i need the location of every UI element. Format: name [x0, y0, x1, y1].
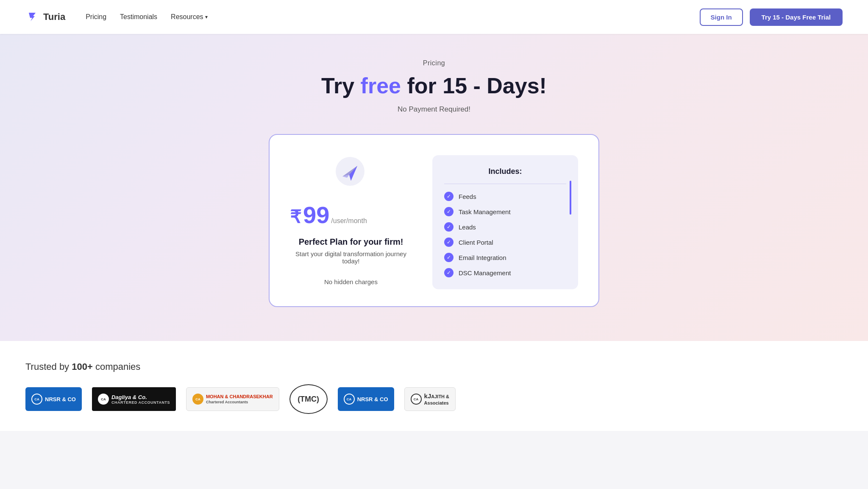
feature-label-task: Task Management [459, 208, 511, 215]
signin-button[interactable]: Sign In [700, 8, 743, 26]
feature-client-portal: ✓ Client Portal [444, 238, 566, 247]
dagliya-text-block: Dagliya & Co. CHARTERED ACCOUNTANTS [111, 394, 170, 405]
nav-resources[interactable]: Resources ▾ [171, 13, 207, 21]
trusted-title-bold: 100+ [72, 361, 93, 372]
mohan-name: MOHAN & CHANDRASEKHAR [206, 394, 273, 400]
ca-badge-mohan: CA MOHAN & CHANDRASEKHAR Chartered Accou… [192, 394, 273, 405]
pricing-card: ₹ 99 /user/month Perfect Plan for your f… [269, 134, 599, 307]
ca-badge-kjajith: CA kJAJITH &Associates [411, 392, 449, 406]
mohan-text-block: MOHAN & CHANDRASEKHAR Chartered Accounta… [206, 394, 273, 404]
nrsr2-text: NRSR & CO [357, 396, 388, 402]
nav-pricing[interactable]: Pricing [86, 13, 106, 21]
nrsr1-text: NRSR & CO [45, 396, 76, 402]
navbar-right: Sign In Try 15 - Days Free Trial [700, 8, 843, 26]
feature-label-feeds: Feeds [459, 193, 476, 200]
hero-subtitle: No Payment Required! [8, 105, 860, 114]
trusted-title-part1: Trusted by [25, 361, 72, 372]
check-icon-client: ✓ [444, 238, 453, 247]
paper-plane-icon [334, 155, 368, 189]
mohan-sub: Chartered Accountants [206, 400, 273, 404]
feature-label-email: Email Integration [459, 254, 506, 261]
pricing-section-label: Pricing [8, 59, 860, 67]
dagliya-sub: CHARTERED ACCOUNTANTS [111, 400, 170, 405]
ca-circle-nrsr2: CA [344, 394, 355, 405]
scroll-bar [570, 181, 571, 215]
feature-label-client: Client Portal [459, 239, 493, 246]
logo-dagliya: CA Dagliya & Co. CHARTERED ACCOUNTANTS [92, 387, 176, 411]
feature-leads: ✓ Leads [444, 222, 566, 232]
logo-tmc: (TMC) [289, 384, 328, 414]
ca-badge-nrsr1: CA NRSR & CO [31, 394, 76, 405]
logo-kjajith: CA kJAJITH &Associates [404, 387, 456, 411]
ca-badge-dagliya: CA Dagliya & Co. CHARTERED ACCOUNTANTS [98, 394, 170, 405]
price-symbol: ₹ [290, 207, 301, 227]
feature-feeds: ✓ Feeds [444, 192, 566, 201]
logo-link[interactable]: Turia [25, 10, 65, 24]
trusted-title-part2: companies [93, 361, 141, 372]
nav-testimonials[interactable]: Testimonials [120, 13, 157, 21]
card-left: ₹ 99 /user/month Perfect Plan for your f… [290, 155, 412, 285]
logo-mohan: CA MOHAN & CHANDRASEKHAR Chartered Accou… [186, 387, 279, 411]
hero-title: Try free for 15 - Days! [8, 73, 860, 98]
ca-badge-nrsr2: CA NRSR & CO [344, 394, 388, 405]
plan-desc: Start your digital transformation journe… [290, 250, 412, 265]
feature-label-leads: Leads [459, 224, 476, 231]
logo-text: Turia [43, 11, 65, 22]
check-icon-dsc: ✓ [444, 268, 453, 277]
check-icon-task: ✓ [444, 207, 453, 216]
logo-nrsr1: CA NRSR & CO [25, 387, 82, 411]
feature-task-management: ✓ Task Management [444, 207, 566, 216]
hero-section: Pricing Try free for 15 - Days! No Payme… [0, 34, 868, 341]
kjajith-text: kJAJITH &Associates [424, 392, 449, 406]
tmc-text: (TMC) [298, 395, 319, 404]
nav-resources-label: Resources [171, 13, 203, 21]
trusted-title: Trusted by 100+ companies [25, 361, 843, 372]
no-hidden-charges: No hidden charges [290, 278, 412, 285]
price-amount: 99 [303, 201, 329, 229]
logo-nrsr2: CA NRSR & CO [338, 387, 394, 411]
check-icon-feeds: ✓ [444, 192, 453, 201]
dagliya-name: Dagliya & Co. [111, 394, 170, 400]
logo-icon [25, 10, 39, 24]
navbar: Turia Pricing Testimonials Resources ▾ S… [0, 0, 868, 34]
price-period: /user/month [331, 217, 367, 225]
hero-title-part1: Try [321, 73, 361, 98]
feature-label-dsc: DSC Management [459, 269, 511, 277]
navbar-left: Turia Pricing Testimonials Resources ▾ [25, 10, 208, 24]
check-icon-email: ✓ [444, 253, 453, 262]
trial-button[interactable]: Try 15 - Days Free Trial [750, 8, 843, 26]
ca-circle-nrsr1: CA [31, 394, 42, 405]
includes-label: Includes: [444, 167, 566, 176]
hero-title-highlight: free [361, 73, 401, 98]
ca-circle-dagliya: CA [98, 394, 109, 405]
ca-circle-kjajith: CA [411, 394, 422, 405]
check-icon-leads: ✓ [444, 222, 453, 232]
hero-title-part2: for 15 - Days! [401, 73, 547, 98]
logos-row: CA NRSR & CO CA Dagliya & Co. CHARTERED … [25, 384, 843, 414]
feature-list: ✓ Feeds ✓ Task Management ✓ Leads ✓ Clie… [444, 192, 566, 277]
price-row: ₹ 99 /user/month [290, 201, 412, 229]
ca-circle-mohan: CA [192, 394, 203, 405]
trusted-section: Trusted by 100+ companies CA NRSR & CO C… [0, 341, 868, 431]
feature-dsc: ✓ DSC Management [444, 268, 566, 277]
chevron-down-icon: ▾ [205, 14, 208, 20]
nav-links: Pricing Testimonials Resources ▾ [86, 13, 207, 21]
includes-divider [444, 184, 566, 184]
feature-email-integration: ✓ Email Integration [444, 253, 566, 262]
includes-box: Includes: ✓ Feeds ✓ Task Management ✓ Le… [432, 155, 578, 289]
plan-title: Perfect Plan for your firm! [290, 237, 412, 247]
